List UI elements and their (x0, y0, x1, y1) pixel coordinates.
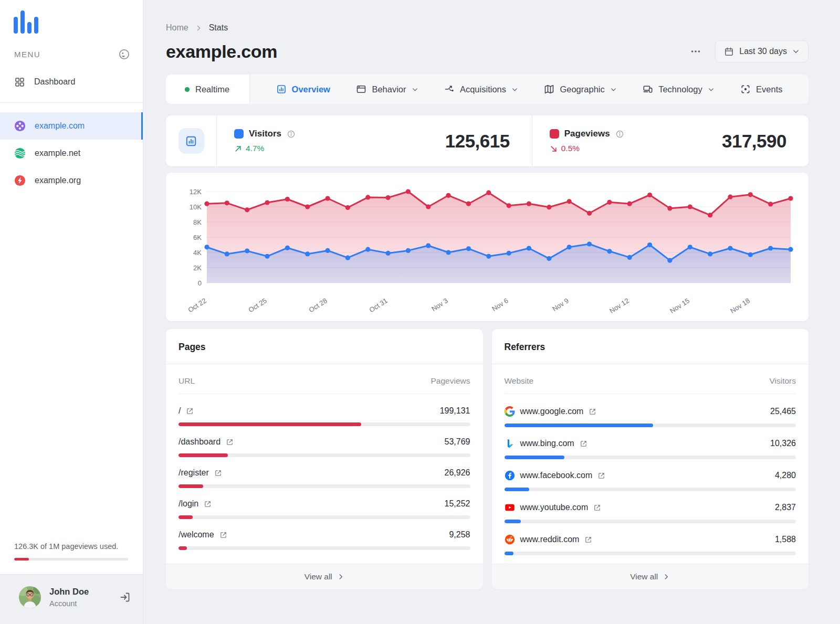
external-link-icon[interactable] (204, 500, 212, 508)
page-link[interactable]: /login (178, 499, 212, 509)
info-icon[interactable] (287, 130, 296, 139)
referrer-label: www.reddit.com (520, 535, 580, 544)
referrer-bar-fill (505, 424, 653, 427)
referrer-link[interactable]: www.google.com (505, 406, 597, 417)
referrers-card-title: Referrers (492, 329, 809, 364)
referrer-link[interactable]: www.bing.com (505, 438, 587, 449)
breadcrumb-home[interactable]: Home (166, 23, 188, 33)
pageviews-change: 0.5% (561, 144, 580, 153)
pages-card-title: Pages (166, 329, 483, 364)
technology-icon (643, 84, 653, 94)
pages-view-all-button[interactable]: View all (166, 564, 483, 589)
usage-section: 126.3K of 1M pageviews used. (0, 542, 143, 560)
theme-icon[interactable] (118, 48, 130, 60)
tab-acquisitions[interactable]: Acquisitions (444, 84, 518, 94)
more-options-icon[interactable] (690, 46, 701, 57)
sidebar-item-example-com[interactable]: example.com (0, 112, 143, 140)
chevron-right-icon (195, 25, 202, 31)
pages-card: Pages URL Pageviews / 199,131 /dashboard (166, 329, 483, 589)
chart-icon (178, 128, 204, 154)
account-section[interactable]: John Doe Account (0, 574, 143, 624)
sidebar-item-dashboard[interactable]: Dashboard (0, 73, 143, 91)
tab-label: Overview (292, 84, 330, 94)
tab-overview[interactable]: Overview (276, 84, 330, 94)
tab-realtime[interactable]: Realtime (184, 84, 229, 94)
tab-events[interactable]: Events (740, 84, 782, 94)
external-link-icon[interactable] (597, 472, 605, 480)
chevron-down-icon (511, 86, 518, 93)
chevron-down-icon (792, 48, 800, 55)
page-link[interactable]: / (178, 406, 194, 416)
svg-text:8K: 8K (193, 218, 202, 226)
referrer-row: www.facebook.com 4,280 (505, 459, 796, 491)
referrers-card: Referrers Website Visitors www.google.co… (492, 329, 809, 589)
svg-text:Oct 31: Oct 31 (368, 297, 388, 314)
logo-bar (27, 22, 32, 34)
sidebar-item-example-org[interactable]: example.org (0, 167, 143, 194)
site-label: example.net (35, 149, 80, 158)
page-row: /welcome 9,258 (178, 519, 470, 550)
page-bar-fill (178, 515, 193, 519)
referrer-label: www.youtube.com (520, 503, 589, 512)
usage-progress-fill (14, 558, 29, 560)
tab-bar: Realtime Overview Behavior Acquisitions … (166, 75, 808, 104)
page-link[interactable]: /welcome (178, 530, 227, 540)
referrer-value: 25,465 (770, 407, 796, 416)
page-label: / (178, 406, 181, 416)
svg-text:Nov 3: Nov 3 (430, 297, 449, 313)
page-bar-fill (178, 422, 361, 426)
pages-col-pageviews: Pageviews (431, 376, 470, 386)
pageviews-label: Pageviews (564, 129, 610, 139)
trend-up-icon (234, 145, 242, 153)
info-icon[interactable] (615, 130, 624, 139)
referrer-link[interactable]: www.youtube.com (505, 502, 602, 513)
svg-text:Nov 6: Nov 6 (490, 297, 510, 313)
external-link-icon[interactable] (186, 407, 194, 415)
date-range-label: Last 30 days (739, 47, 787, 56)
logout-icon[interactable] (119, 591, 131, 604)
page-bar-fill (178, 546, 187, 550)
page-label: /welcome (178, 530, 214, 540)
page-row: /register 26,926 (178, 457, 470, 488)
facebook-icon (505, 470, 515, 481)
page-link[interactable]: /register (178, 468, 222, 478)
sidebar-item-example-net[interactable]: example.net (0, 140, 143, 167)
pageviews-swatch (550, 129, 559, 139)
tab-label: Acquisitions (460, 84, 506, 94)
tab-technology[interactable]: Technology (643, 84, 714, 94)
sidebar-item-label: Dashboard (34, 77, 75, 87)
tab-label: Technology (658, 84, 702, 94)
referrer-link[interactable]: www.reddit.com (505, 534, 593, 545)
external-link-icon[interactable] (593, 504, 601, 512)
tab-geographic[interactable]: Geographic (544, 84, 616, 94)
referrer-bar-fill (505, 488, 530, 491)
page-title: example.com (166, 41, 277, 62)
clover-site-icon (14, 120, 26, 132)
main-content: Home Stats example.com Last 30 days (143, 0, 840, 624)
tab-behavior[interactable]: Behavior (356, 84, 418, 94)
page-value: 199,131 (440, 406, 470, 416)
external-link-icon[interactable] (580, 440, 587, 448)
external-link-icon[interactable] (214, 469, 222, 477)
date-range-button[interactable]: Last 30 days (715, 40, 808, 62)
referrer-row: www.youtube.com 2,837 (505, 491, 796, 523)
external-link-icon[interactable] (589, 408, 596, 416)
pageviews-stat: Pageviews 0.5% 317,590 (532, 115, 808, 166)
referrer-link[interactable]: www.facebook.com (505, 470, 606, 481)
external-link-icon[interactable] (219, 531, 227, 539)
referrer-bar (505, 488, 796, 491)
external-link-icon[interactable] (584, 536, 592, 544)
behavior-icon (356, 84, 366, 94)
tab-label: Realtime (195, 84, 229, 94)
acquisitions-icon (444, 84, 455, 94)
tab-label: Geographic (560, 84, 604, 94)
svg-text:Nov 18: Nov 18 (729, 297, 751, 315)
realtime-dot-icon (184, 87, 190, 92)
referrers-view-all-button[interactable]: View all (492, 564, 809, 589)
external-link-icon[interactable] (226, 438, 234, 446)
referrer-value: 2,837 (775, 503, 796, 512)
page-link[interactable]: /dashboard (178, 437, 234, 447)
user-role: Account (49, 599, 110, 608)
pages-col-url: URL (178, 376, 195, 386)
geographic-icon (544, 84, 554, 94)
